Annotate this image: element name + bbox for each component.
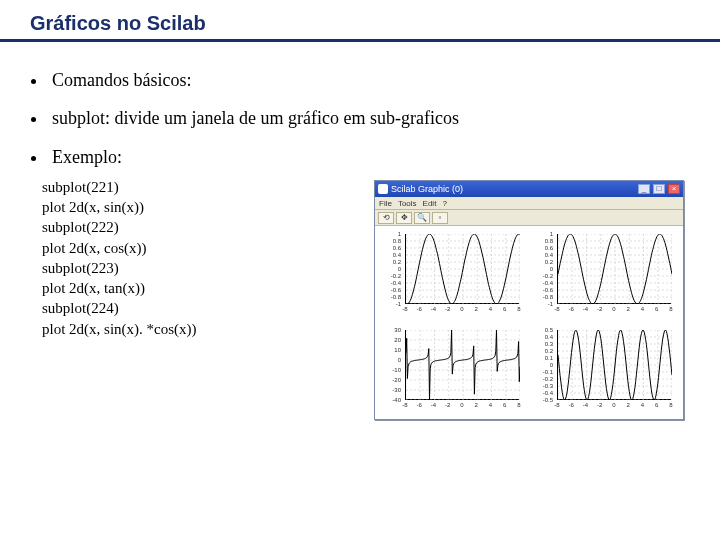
menu-tools[interactable]: Tools [398, 199, 417, 208]
subplot-221: -1-0.8-0.6-0.4-0.200.20.40.60.81-8-6-4-2… [383, 230, 523, 318]
maximize-button[interactable]: □ [653, 184, 665, 194]
title-divider [0, 39, 720, 42]
menu-edit[interactable]: Edit [423, 199, 437, 208]
bullet-item: subplot: divide um janela de um gráfico … [48, 106, 696, 130]
slide-title: Gráficos no Scilab [24, 12, 696, 39]
menubar: File Tools Edit ? [375, 197, 683, 210]
close-button[interactable]: × [668, 184, 680, 194]
titlebar: Scilab Graphic (0) _ □ × [375, 181, 683, 197]
zoom-icon[interactable]: 🔍 [414, 212, 430, 224]
subplot-222: -1-0.8-0.6-0.4-0.200.20.40.60.81-8-6-4-2… [535, 230, 675, 318]
subplot-223: -40-30-20-100102030-8-6-4-202468 [383, 326, 523, 414]
window-title: Scilab Graphic (0) [391, 184, 635, 194]
plot-canvas: -1-0.8-0.6-0.4-0.200.20.40.60.81-8-6-4-2… [375, 226, 683, 419]
arrows-icon[interactable]: ✥ [396, 212, 412, 224]
minimize-button[interactable]: _ [638, 184, 650, 194]
rotate-icon[interactable]: ⟲ [378, 212, 394, 224]
menu-help[interactable]: ? [442, 199, 446, 208]
menu-file[interactable]: File [379, 199, 392, 208]
subplot-224: -0.5-0.4-0.3-0.2-0.100.10.20.30.40.5-8-6… [535, 326, 675, 414]
bullet-item: Comandos básicos: [48, 68, 696, 92]
bullet-item: Exemplo: [48, 145, 696, 169]
toolbar: ⟲ ✥ 🔍 ▫ [375, 210, 683, 226]
app-icon [378, 184, 388, 194]
bullet-list: Comandos básicos: subplot: divide um jan… [48, 68, 696, 169]
scilab-window: Scilab Graphic (0) _ □ × File Tools Edit… [374, 180, 684, 420]
zoom-out-icon[interactable]: ▫ [432, 212, 448, 224]
